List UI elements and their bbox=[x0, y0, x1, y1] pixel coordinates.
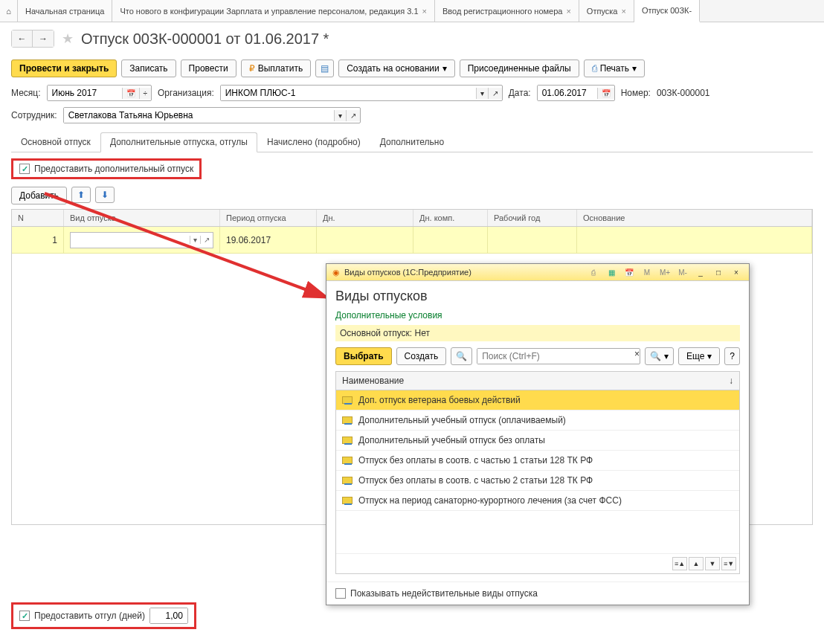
move-up-button[interactable]: ⬆ bbox=[71, 187, 91, 203]
advanced-search-button[interactable]: 🔍▾ bbox=[645, 347, 674, 365]
table-row[interactable]: 1 ▾ ↗ 19.06.2017 bbox=[12, 227, 812, 254]
org-input[interactable]: ▾ ↗ bbox=[220, 85, 503, 101]
open-icon[interactable]: ↗ bbox=[488, 88, 502, 99]
month-field[interactable] bbox=[48, 86, 122, 100]
select-button[interactable]: Выбрать bbox=[335, 347, 392, 365]
grid-icon[interactable]: ▦ bbox=[605, 266, 618, 278]
nav-first-button[interactable]: ≡▲ bbox=[672, 557, 687, 570]
list-icon-button[interactable]: ▤ bbox=[315, 59, 334, 77]
col-period[interactable]: Период отпуска bbox=[220, 210, 317, 226]
tab-whatsnew[interactable]: Что нового в конфигурации Зарплата и упр… bbox=[112, 0, 435, 22]
tab-regnum[interactable]: Ввод регистрационного номера × bbox=[435, 0, 579, 22]
cell-dn[interactable] bbox=[317, 227, 413, 253]
pay-button[interactable]: ₽Выплатить bbox=[241, 59, 312, 77]
cell-base[interactable] bbox=[577, 227, 812, 253]
col-n[interactable]: N bbox=[12, 210, 64, 226]
m-plus-button[interactable]: M+ bbox=[658, 266, 672, 278]
chevron-down-icon: ▾ bbox=[664, 351, 669, 361]
create-based-button[interactable]: Создать на основании ▾ bbox=[338, 59, 455, 77]
minimize-icon[interactable]: _ bbox=[694, 266, 707, 278]
list-item[interactable]: Дополнительный учебный отпуск (оплачивае… bbox=[336, 410, 739, 431]
chevron-down-icon[interactable]: ▾ bbox=[190, 236, 200, 244]
nav-up-button[interactable]: ▲ bbox=[689, 557, 704, 570]
calendar-icon[interactable]: 📅 bbox=[622, 266, 636, 278]
cell-dncomp[interactable] bbox=[413, 227, 488, 253]
find-button[interactable]: 🔍 bbox=[451, 347, 472, 365]
nav-back-button[interactable]: ← bbox=[12, 30, 33, 47]
col-dncomp[interactable]: Дн. комп. bbox=[413, 210, 488, 226]
nav-down-button[interactable]: ▼ bbox=[705, 557, 720, 570]
list-item[interactable]: Отпуск без оплаты в соотв. с частью 1 ст… bbox=[336, 451, 739, 471]
open-icon[interactable]: ↗ bbox=[200, 236, 213, 244]
dialog-grid-header[interactable]: Наименование ↓ bbox=[336, 372, 739, 390]
cell-type[interactable]: ▾ ↗ bbox=[64, 227, 220, 253]
col-year[interactable]: Рабочий год bbox=[488, 210, 577, 226]
calendar-icon[interactable]: 📅 bbox=[122, 88, 139, 99]
tab-label: Начальная страница bbox=[25, 7, 104, 16]
spinner-icon[interactable]: ÷ bbox=[139, 88, 152, 99]
employee-input[interactable]: ▾ ↗ bbox=[63, 107, 361, 123]
chevron-down-icon[interactable]: ▾ bbox=[476, 88, 488, 99]
tab-vacations[interactable]: Отпуска × bbox=[579, 0, 634, 22]
open-icon[interactable]: ↗ bbox=[346, 110, 360, 121]
tab-vacation-doc[interactable]: Отпуск 00ЗК- bbox=[634, 0, 700, 22]
attached-files-button[interactable]: Присоединенные файлы bbox=[460, 59, 579, 77]
close-icon[interactable]: × bbox=[621, 7, 625, 16]
tab-extra-leave[interactable]: Дополнительные отпуска, отгулы bbox=[100, 132, 257, 152]
item-label: Доп. отпуск ветерана боевых действий bbox=[358, 395, 521, 405]
close-icon[interactable]: × bbox=[566, 7, 570, 16]
checkmark-icon: ✓ bbox=[19, 611, 30, 621]
compens-checkbox[interactable]: ✓ Предоставить отгул (дней) bbox=[19, 611, 145, 621]
help-button[interactable]: ? bbox=[724, 347, 740, 365]
more-button[interactable]: Еще ▾ bbox=[678, 347, 720, 365]
tab-start-page[interactable]: Начальная страница bbox=[18, 0, 112, 22]
list-item[interactable]: Дополнительный учебный отпуск без оплаты bbox=[336, 431, 739, 451]
print-icon[interactable]: ⎙ bbox=[587, 266, 600, 278]
m-button[interactable]: M bbox=[640, 266, 654, 278]
type-selector[interactable]: ▾ ↗ bbox=[70, 232, 213, 248]
col-dn[interactable]: Дн. bbox=[317, 210, 413, 226]
tab-accrued[interactable]: Начислено (подробно) bbox=[257, 132, 370, 152]
nav-forward-button[interactable]: → bbox=[33, 30, 54, 47]
list-item[interactable]: Доп. отпуск ветерана боевых действий bbox=[336, 390, 739, 410]
col-type[interactable]: Вид отпуска bbox=[64, 210, 220, 226]
close-icon[interactable]: × bbox=[422, 7, 427, 16]
print-button[interactable]: ⎙ Печать ▾ bbox=[584, 59, 645, 77]
dialog-titlebar[interactable]: ◉ Виды отпусков (1С:Предприятие) ⎙ ▦ 📅 M… bbox=[326, 264, 749, 281]
date-input[interactable]: 📅 bbox=[537, 85, 615, 101]
cell-period[interactable]: 19.06.2017 bbox=[220, 227, 317, 253]
col-base[interactable]: Основание bbox=[577, 210, 812, 226]
post-button[interactable]: Провести bbox=[181, 59, 236, 77]
search-field[interactable] bbox=[477, 349, 634, 364]
conditions-link[interactable]: Дополнительные условия bbox=[335, 310, 740, 321]
date-field[interactable] bbox=[538, 86, 597, 100]
org-field[interactable] bbox=[221, 86, 476, 100]
tab-main-leave[interactable]: Основной отпуск bbox=[11, 132, 100, 152]
nav-last-button[interactable]: ≡▼ bbox=[721, 557, 736, 570]
list-item[interactable]: Отпуск без оплаты в соотв. с частью 2 ст… bbox=[336, 471, 739, 491]
tab-home[interactable]: ⌂ bbox=[0, 0, 18, 22]
clear-icon[interactable]: × bbox=[634, 349, 640, 364]
post-close-button[interactable]: Провести и закрыть bbox=[11, 59, 117, 77]
compens-field[interactable] bbox=[150, 608, 187, 623]
calendar-icon[interactable]: 📅 bbox=[597, 88, 614, 99]
maximize-icon[interactable]: □ bbox=[712, 266, 725, 278]
close-icon[interactable]: × bbox=[730, 266, 743, 278]
list-item[interactable]: Отпуск на период санаторно-курортного ле… bbox=[336, 491, 739, 511]
month-input[interactable]: 📅 ÷ bbox=[47, 85, 152, 101]
move-down-button[interactable]: ⬇ bbox=[95, 187, 115, 203]
add-button[interactable]: Добавить bbox=[11, 187, 67, 205]
create-button[interactable]: Создать bbox=[396, 347, 447, 365]
tab-additional[interactable]: Дополнительно bbox=[370, 132, 454, 152]
write-button[interactable]: Записать bbox=[121, 59, 176, 77]
employee-field[interactable] bbox=[64, 108, 334, 123]
search-input[interactable]: × bbox=[477, 348, 640, 364]
m-minus-button[interactable]: M- bbox=[676, 266, 689, 278]
cell-year[interactable] bbox=[488, 227, 577, 253]
extra-leave-checkbox[interactable]: ✓ Предоставить дополнительный отпуск bbox=[19, 164, 193, 174]
compens-value-input[interactable] bbox=[149, 608, 188, 624]
arrow-down-icon: ⬇ bbox=[101, 190, 109, 200]
show-inactive-checkbox[interactable] bbox=[335, 588, 346, 599]
chevron-down-icon[interactable]: ▾ bbox=[334, 110, 346, 121]
favorite-star-icon[interactable]: ★ bbox=[62, 30, 74, 47]
